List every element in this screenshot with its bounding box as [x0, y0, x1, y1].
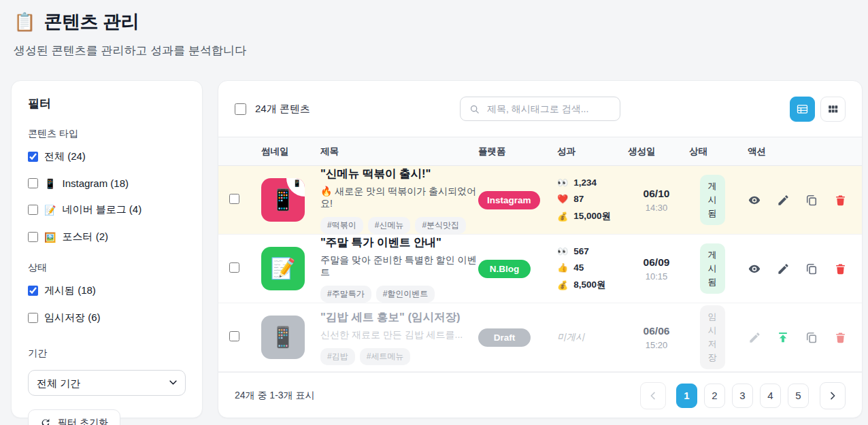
money-bag-icon: 💰	[557, 281, 568, 290]
content-description: 신선한 재료로 만든 김밥 세트를...	[320, 329, 478, 341]
checkbox-published[interactable]	[28, 286, 38, 296]
hashtag: #떡볶이	[320, 217, 363, 234]
publish-upload-icon	[776, 330, 790, 344]
created-date: 06/10	[628, 188, 685, 200]
duplicate-button[interactable]	[805, 262, 818, 275]
filter-option-all[interactable]: 전체 (24)	[28, 150, 186, 163]
created-time: 15:20	[628, 340, 685, 350]
edit-button[interactable]	[776, 262, 790, 275]
page-button-1[interactable]: 1	[676, 384, 697, 408]
list-view-button[interactable]	[790, 97, 815, 122]
list-view-icon	[796, 103, 809, 116]
page-button-3[interactable]: 3	[732, 384, 753, 408]
pencil-icon	[777, 262, 790, 275]
search-input[interactable]	[486, 103, 612, 115]
pencil-icon	[748, 331, 761, 344]
row-checkbox[interactable]	[229, 331, 239, 341]
page-button-4[interactable]: 4	[760, 384, 781, 408]
results-summary: 24개 중 1-3개 표시	[235, 390, 314, 402]
mobile-phone-icon: 📱	[270, 327, 295, 347]
chevron-right-icon	[827, 390, 838, 401]
view-toggle-group	[790, 97, 846, 122]
select-all-control[interactable]: 24개 콘텐츠	[235, 103, 310, 116]
pagination: 1 2 3 4 5	[640, 382, 846, 409]
period-select[interactable]: 전체 기간	[28, 370, 186, 396]
tag-list: #주말특가 #할인이벤트	[320, 286, 478, 303]
filter-option-draft[interactable]: 임시저장 (6)	[28, 311, 186, 324]
views-value: 567	[573, 246, 589, 256]
content-type-label: 콘텐츠 타입	[28, 128, 186, 140]
page-button-2[interactable]: 2	[704, 384, 725, 408]
views-stat: 👀567	[557, 246, 628, 256]
eye-icon	[748, 193, 761, 207]
created-time: 10:15	[628, 271, 685, 282]
header-status: 상태	[685, 146, 739, 158]
option-label: 전체 (24)	[44, 150, 86, 163]
checkbox-naver-blog[interactable]	[28, 205, 38, 215]
grid-view-icon	[827, 103, 839, 116]
content-title: "김밥 세트 홍보" (임시저장)	[320, 310, 478, 325]
reset-filters-button[interactable]: 필터 초기화	[28, 409, 120, 425]
memo-icon: 📝	[270, 258, 295, 279]
table-row-3[interactable]: 📱 "김밥 세트 홍보" (임시저장) 신선한 재료로 만든 김밥 세트를...…	[218, 303, 862, 372]
option-label: 네이버 블로그 (4)	[62, 203, 141, 216]
picture-icon: 🖼️	[44, 233, 56, 242]
actions-cell	[739, 193, 851, 207]
created-cell: 06/10 14:30	[628, 188, 685, 213]
select-all-checkbox[interactable]	[235, 103, 246, 115]
platform-badge: Instagram	[478, 191, 540, 209]
delete-button[interactable]	[833, 193, 847, 207]
created-date: 06/09	[628, 256, 685, 269]
checkbox-draft[interactable]	[28, 313, 38, 323]
duplicate-button[interactable]	[805, 193, 818, 207]
page-title-row: 📋 콘텐츠 관리	[14, 10, 863, 34]
row-checkbox[interactable]	[229, 262, 239, 273]
reset-filters-label: 필터 초기화	[58, 417, 108, 425]
checkbox-instagram[interactable]	[28, 178, 38, 188]
row-checkbox-cell	[229, 262, 256, 275]
filter-option-poster[interactable]: 🖼️ 포스터 (2)	[28, 231, 186, 243]
copy-icon	[805, 193, 818, 207]
content-title: "주말 특가 이벤트 안내"	[320, 235, 478, 250]
performance-cell: 미게시	[557, 331, 628, 343]
status-badge: 게시됨	[700, 243, 725, 294]
prev-page-button[interactable]	[640, 382, 666, 409]
checkbox-all[interactable]	[28, 152, 38, 162]
edit-button[interactable]	[748, 330, 761, 344]
status-badge: 게시됨	[700, 175, 725, 225]
filter-option-instagram[interactable]: 📱 Instagram (18)	[28, 177, 186, 189]
delete-button[interactable]	[833, 262, 847, 275]
edit-button[interactable]	[776, 193, 790, 207]
grid-view-button[interactable]	[820, 97, 846, 122]
delete-button[interactable]	[833, 330, 847, 344]
eyes-icon: 👀	[557, 247, 568, 256]
filter-option-published[interactable]: 게시됨 (18)	[28, 284, 186, 297]
performance-cell: 👀567 👍45 💰8,500원	[557, 246, 628, 291]
revenue-value: 8,500원	[573, 279, 605, 291]
checkbox-poster[interactable]	[28, 232, 38, 242]
likes-value: 87	[573, 194, 584, 204]
row-checkbox[interactable]	[229, 194, 239, 204]
publish-button[interactable]	[776, 330, 790, 344]
header-actions: 액션	[739, 146, 851, 158]
view-button[interactable]	[748, 262, 761, 275]
duplicate-button[interactable]	[805, 330, 818, 344]
page-button-5[interactable]: 5	[788, 384, 809, 408]
thumbnail: 📱	[261, 316, 305, 359]
option-label: 임시저장 (6)	[44, 311, 101, 324]
table-row-2[interactable]: 📝 "주말 특가 이벤트 안내" 주말을 맞아 준비한 특별한 할인 이벤트 #…	[218, 235, 862, 303]
performance-cell: 👀1,234 ❤️87 💰15,000원	[557, 177, 628, 222]
page-header: 📋 콘텐츠 관리 생성된 콘텐츠를 관리하고 성과를 분석합니다	[11, 10, 863, 58]
title-cell: "김밥 세트 홍보" (임시저장) 신선한 재료로 만든 김밥 세트를... #…	[320, 310, 478, 365]
unpublished-label: 미게시	[557, 331, 628, 343]
thumbnail-cell: 📱 📱	[256, 178, 320, 222]
view-button[interactable]	[748, 193, 761, 207]
filter-option-naver-blog[interactable]: 📝 네이버 블로그 (4)	[28, 203, 186, 216]
table-header: 썸네일 제목 플랫폼 성과 생성일 상태 액션	[218, 137, 862, 166]
next-page-button[interactable]	[820, 382, 846, 409]
status-cell: 게시됨	[685, 243, 739, 294]
created-date: 06/06	[628, 325, 685, 337]
content-description: 🔥 새로운 맛의 떡볶이가 출시되었어요!	[320, 186, 478, 210]
table-row-1[interactable]: 📱 📱 "신메뉴 떡볶이 출시!" 🔥 새로운 맛의 떡볶이가 출시되었어요! …	[218, 166, 862, 235]
content-management-page: 📋 콘텐츠 관리 생성된 콘텐츠를 관리하고 성과를 분석합니다 필터 콘텐츠 …	[0, 0, 868, 418]
